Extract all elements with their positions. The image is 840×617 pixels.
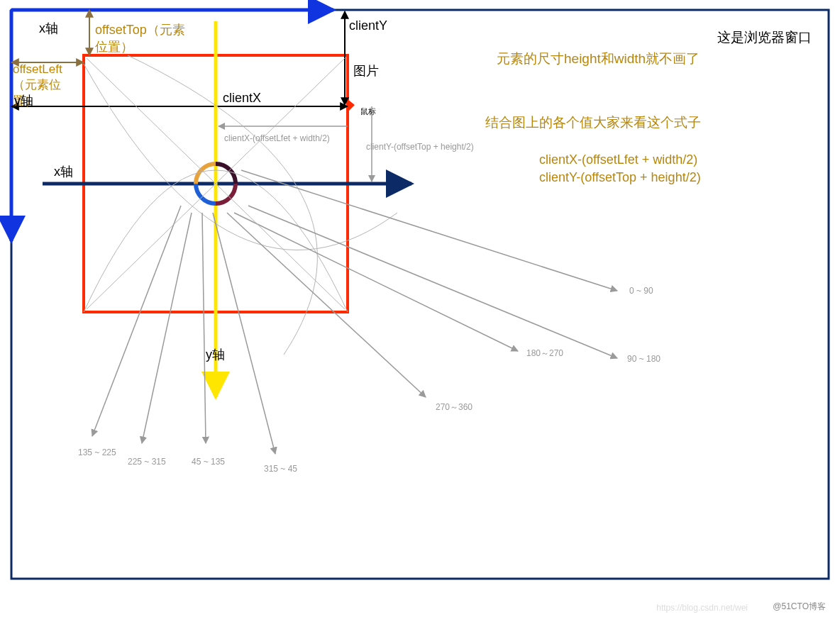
- image-label: 图片: [353, 62, 379, 79]
- ray-135-225: [92, 206, 181, 436]
- mouse-label: 鼠标: [360, 106, 376, 117]
- outer-x-label: x轴: [39, 20, 58, 37]
- corner-ray-tl: [87, 58, 216, 184]
- formula-x: clientX-(offsetLfet + width/2): [539, 152, 697, 167]
- ray-270-360: [227, 213, 426, 397]
- clienty-label: clientY: [349, 18, 387, 33]
- browser-frame: [11, 10, 829, 579]
- ray-180-270: [234, 213, 518, 351]
- note-formula: 结合图上的各个值大家来看这个式子: [485, 113, 701, 132]
- offsettop-label: offsetTop（元素位置）: [95, 21, 187, 55]
- range-90-180: 90 ~ 180: [627, 354, 661, 364]
- range-315-45: 315 ~ 45: [264, 464, 297, 474]
- range-225-315: 225 ~ 315: [128, 457, 166, 467]
- ray-45-135: [202, 213, 206, 443]
- corner-ray-br: [216, 184, 345, 309]
- watermark-src: @51CTO博客: [773, 601, 826, 613]
- cx-minus-label: clientX-(offsetLfet + width/2): [224, 133, 330, 143]
- inner-y-label: y轴: [206, 346, 225, 363]
- inner-x-label: x轴: [54, 163, 73, 180]
- note-dimensions: 元素的尺寸height和width就不画了: [497, 50, 700, 68]
- corner-ray-tr: [216, 58, 345, 184]
- browser-window-label: 这是浏览器窗口: [717, 28, 812, 47]
- outer-y-label: y轴: [14, 92, 33, 109]
- ray-225-315: [142, 213, 192, 443]
- range-45-135: 45 ~ 135: [192, 457, 225, 467]
- range-135-225: 135 ~ 225: [78, 448, 116, 457]
- range-0-90: 0 ~ 90: [629, 286, 653, 296]
- clientx-label: clientX: [223, 91, 261, 106]
- corner-ray-bl: [87, 184, 216, 309]
- range-270-360: 270～360: [436, 401, 472, 413]
- diagram-svg: [0, 0, 840, 617]
- watermark-url: https://blog.csdn.net/wei: [656, 603, 748, 613]
- formula-y: clientY-(offsetTop + height/2): [539, 170, 701, 185]
- range-180-270: 180～270: [526, 348, 563, 360]
- cy-minus-label: clientY-(offsetTop + height/2): [366, 142, 474, 152]
- ray-90-180: [248, 206, 617, 358]
- ray-0-90: [241, 170, 617, 291]
